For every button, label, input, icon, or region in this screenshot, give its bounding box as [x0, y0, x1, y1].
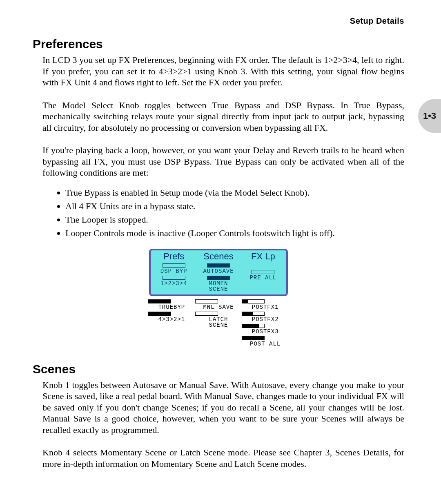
- list-item: True Bypass is enabled in Setup mode (vi…: [65, 186, 404, 199]
- lcd-label: POSTFX2: [243, 317, 288, 322]
- header-title: Setup Details: [33, 16, 404, 26]
- progress-bar: [207, 276, 230, 280]
- progress-bar: [242, 312, 265, 316]
- progress-bar: [242, 336, 265, 340]
- progress-bar: [148, 299, 171, 303]
- progress-bar: [242, 299, 265, 303]
- page-number-tab: 1•3: [418, 99, 441, 133]
- lcd-label: POSTFX3: [243, 329, 288, 335]
- preferences-heading: Preferences: [33, 37, 404, 51]
- progress-bar: [207, 263, 230, 268]
- scenes-paragraph-1: Knob 1 toggles between Autosave or Manua…: [42, 379, 404, 436]
- lcd-column-title: Prefs: [152, 251, 195, 262]
- prefs-paragraph-3: If you're playing back a loop, however, …: [42, 145, 404, 178]
- lcd-figure: PrefsDSP BYP1>2>3>4ScenesAUTOSAVEMOMEN S…: [149, 249, 288, 347]
- prefs-paragraph-1: In LCD 3 you set up FX Preferences, begi…: [42, 54, 404, 88]
- progress-bar: [163, 263, 185, 268]
- progress-bar: [148, 312, 171, 316]
- lcd-label: MNL SAVE: [196, 304, 241, 310]
- lcd-label: LATCH SCENE: [196, 317, 241, 328]
- progress-bar: [242, 324, 265, 328]
- prefs-bullet-list: True Bypass is enabled in Setup mode (vi…: [53, 186, 404, 240]
- scenes-paragraph-2: Knob 4 selects Momentary Scene or Latch …: [42, 447, 404, 469]
- lcd-label: 1>2>3>4: [152, 281, 195, 286]
- progress-bar: [163, 276, 185, 280]
- lcd-label: TRUEBYP: [149, 304, 194, 310]
- lcd-column-title: Scenes: [197, 251, 240, 262]
- lcd-label: AUTOSAVE: [197, 268, 240, 274]
- lcd-label: MOMEN SCENE: [197, 281, 240, 292]
- lcd-label: DSP BYP: [152, 268, 195, 274]
- progress-bar: [195, 312, 218, 316]
- lcd-label: PRE ALL: [242, 275, 285, 281]
- lcd-label: 4>3>2>1: [149, 317, 194, 322]
- progress-bar: [195, 299, 218, 303]
- scenes-heading: Scenes: [33, 362, 404, 376]
- lcd-label: POST ALL: [243, 341, 288, 347]
- list-item: The Looper is stopped.: [65, 213, 404, 226]
- list-item: All 4 FX Units are in a bypass state.: [65, 199, 404, 213]
- progress-bar: [252, 270, 274, 274]
- lcd-column-title: FX Lp: [242, 251, 285, 262]
- lcd-label: POSTFX1: [243, 304, 288, 310]
- list-item: Looper Controls mode is inactive (Looper…: [65, 226, 404, 240]
- prefs-paragraph-2: The Model Select Knob toggles between Tr…: [42, 100, 404, 134]
